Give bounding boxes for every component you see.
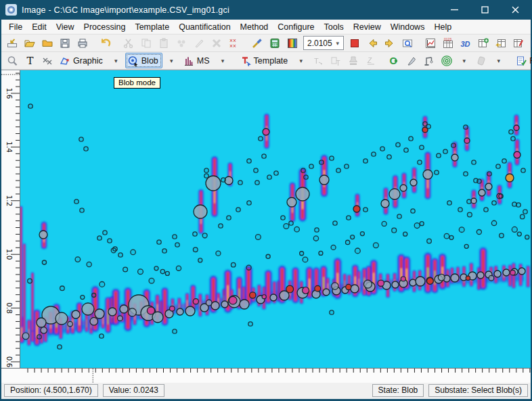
folder-icon — [41, 37, 53, 49]
blob-mode-button[interactable]: Blob — [125, 53, 162, 68]
menu-quantification[interactable]: Quantification — [174, 21, 235, 33]
menu-bar: FileEditViewProcessingTemplateQuantifica… — [1, 20, 531, 34]
menu-template[interactable]: Template — [130, 21, 174, 33]
brush-icon — [251, 37, 263, 49]
colormap-button[interactable] — [284, 35, 301, 51]
zoom-level-combobox[interactable]: 2.0105▾ — [303, 36, 344, 50]
ms-icon — [183, 55, 195, 67]
combobox-dropdown-icon[interactable]: ▾ — [332, 40, 343, 47]
title-bar[interactable]: Image - C:\GC Image\import\example.CSV_i… — [1, 0, 531, 20]
overview-button[interactable] — [399, 35, 416, 51]
svg-text:1.4: 1.4 — [5, 141, 14, 153]
svg-text:××: ×× — [229, 43, 236, 49]
review-icon — [515, 55, 527, 67]
graphic-mode-button[interactable]: Graphic — [57, 53, 107, 68]
marks-icon — [41, 55, 53, 67]
import-button[interactable] — [4, 35, 20, 51]
save-icon — [59, 37, 71, 49]
template-mode-dropdown-button[interactable]: ▾ — [293, 53, 309, 68]
menu-file[interactable]: File — [4, 21, 27, 33]
menu-method[interactable]: Method — [236, 21, 273, 33]
mode-toolbar: TGraphic▾Blob▾MS▾Template▾TTZC▾▾Review▾ — [1, 52, 531, 70]
chromatogram-plot[interactable] — [20, 70, 531, 368]
edit-button — [191, 35, 207, 51]
back-button[interactable] — [364, 35, 380, 51]
status-value: Value: 0.0243 — [103, 384, 164, 397]
text-mode-button[interactable]: T — [22, 53, 38, 68]
main-toolbar: ××××2.0105▾01233D — [1, 34, 531, 52]
ms-mode-button[interactable]: MS — [181, 53, 214, 68]
paste-icon — [158, 37, 170, 49]
blob-icon — [127, 55, 139, 67]
graphic-mode-dropdown-button[interactable]: ▾ — [108, 53, 124, 68]
magnify-icon — [6, 55, 18, 67]
status-state: State: Blob — [372, 384, 424, 397]
compound-table-button[interactable] — [493, 35, 509, 51]
library-button[interactable] — [528, 35, 532, 51]
ms-mode-label: MS — [197, 56, 210, 66]
menu-help[interactable]: Help — [429, 21, 456, 33]
menu-windows[interactable]: Windows — [386, 21, 430, 33]
template-match-button: Z — [363, 53, 379, 68]
view-3d-button[interactable]: 3D — [458, 35, 474, 51]
blob-mode-dropdown-button[interactable]: ▾ — [164, 53, 179, 68]
minimize-button[interactable] — [439, 0, 470, 20]
stop-button[interactable] — [347, 35, 363, 51]
textT-icon: T — [24, 55, 36, 67]
clic-button[interactable]: C — [386, 53, 402, 68]
stamp-icon — [347, 55, 359, 67]
save-button[interactable] — [57, 35, 73, 51]
customize-colors-button[interactable] — [249, 35, 265, 51]
copy-button — [138, 35, 154, 51]
target-tool-dropdown-button[interactable]: ▾ — [456, 53, 472, 68]
template-mode-button[interactable]: Template — [238, 53, 292, 68]
compute-button[interactable] — [267, 35, 283, 51]
clic-icon: C — [388, 55, 400, 67]
marks-mode-button[interactable] — [39, 53, 56, 68]
crane-tool-button[interactable] — [421, 53, 437, 68]
zoomprev-icon — [401, 37, 414, 49]
target-icon — [441, 55, 453, 67]
menu-configure[interactable]: Configure — [273, 21, 319, 33]
review-button[interactable]: Review — [513, 53, 532, 68]
image-canvas-area: 0.60.81.01.21.41.6 Blob mode — [1, 70, 531, 382]
ms-mode-dropdown-button[interactable]: ▾ — [215, 53, 231, 68]
window-title: Image - C:\GC Image\import\example.CSV_i… — [22, 5, 439, 15]
open-button[interactable] — [22, 35, 38, 51]
zline-icon: Z — [365, 55, 377, 67]
chevron-down-icon: ▾ — [495, 57, 503, 64]
cpt-icon: T — [330, 55, 342, 67]
target-tool-button[interactable] — [439, 53, 455, 68]
status-substate: Substate: Select Blob(s) — [428, 384, 528, 397]
plot-button[interactable] — [422, 35, 439, 51]
review-label: Review — [529, 56, 532, 66]
thumb-icon — [475, 55, 487, 67]
zoom-mode-button[interactable] — [4, 53, 20, 68]
menu-processing[interactable]: Processing — [79, 21, 131, 33]
undo-icon — [99, 37, 112, 49]
menu-view[interactable]: View — [51, 21, 79, 33]
status-bar: Position: (4.500,1.670) Value: 0.0243 St… — [1, 382, 531, 399]
edit-table-button[interactable] — [510, 35, 527, 51]
blob-table-button[interactable] — [475, 35, 491, 51]
data-table-button[interactable]: 0123 — [440, 35, 456, 51]
backa-icon — [366, 37, 378, 49]
close-button[interactable] — [500, 0, 531, 20]
thumb-tool-button — [473, 53, 489, 68]
menu-review[interactable]: Review — [349, 21, 386, 33]
svg-text:1.6: 1.6 — [5, 88, 14, 99]
forward-button[interactable] — [382, 35, 398, 51]
print-button[interactable] — [74, 35, 91, 51]
delete-all-button[interactable]: ×××× — [226, 35, 242, 51]
menu-edit[interactable]: Edit — [27, 21, 51, 33]
undo-button[interactable] — [97, 35, 114, 51]
tarr-icon: T — [312, 55, 324, 67]
svg-text:Z: Z — [367, 56, 372, 64]
svg-text:0.8: 0.8 — [5, 302, 14, 314]
app-icon — [5, 4, 17, 16]
maximize-button[interactable] — [470, 0, 500, 20]
knife-tool-button[interactable] — [403, 53, 420, 68]
cut-button — [120, 35, 137, 51]
menu-tools[interactable]: Tools — [319, 21, 349, 33]
close-file-button[interactable] — [39, 35, 56, 51]
